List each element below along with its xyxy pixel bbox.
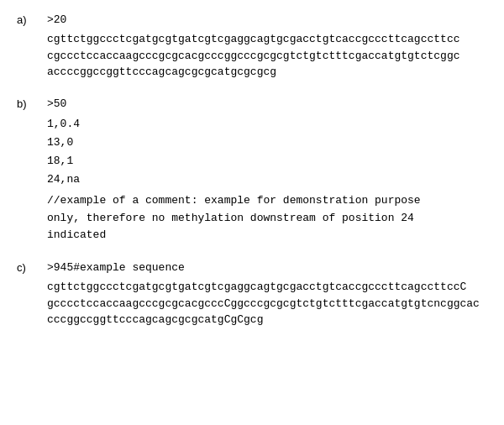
- section-c-content: >945#example sequence cgttctggccctcgatgc…: [47, 261, 487, 328]
- section-b-label: b): [17, 97, 47, 245]
- section-a-label: a): [17, 13, 47, 81]
- section-c: c) >945#example sequence cgttctggccctcga…: [17, 261, 487, 328]
- section-b: b) >50 1,0.4 13,0 18,1 24,na //example o…: [17, 97, 487, 245]
- page-container: a) >20 cgttctggccctcgatgcgtgatcgtcgaggca…: [17, 13, 487, 328]
- section-a: a) >20 cgttctggccctcgatgcgtgatcgtcgaggca…: [17, 13, 487, 81]
- section-b-header: >50: [47, 97, 487, 110]
- section-b-comment: //example of a comment: example for demo…: [47, 192, 487, 244]
- section-b-data: 1,0.4 13,0 18,1 24,na: [47, 115, 487, 189]
- section-a-sequence: cgttctggccctcgatgcgtgatcgtcgaggcagtgcgac…: [47, 31, 487, 81]
- section-c-sequence: cgttctggccctcgatgcgtgatcgtcgaggcagtgcgac…: [47, 279, 487, 328]
- section-b-content: >50 1,0.4 13,0 18,1 24,na //example of a…: [47, 97, 487, 245]
- section-c-label: c): [17, 261, 47, 328]
- section-c-header: >945#example sequence: [47, 261, 487, 274]
- section-a-header: >20: [47, 13, 487, 26]
- section-a-content: >20 cgttctggccctcgatgcgtgatcgtcgaggcagtg…: [47, 13, 487, 81]
